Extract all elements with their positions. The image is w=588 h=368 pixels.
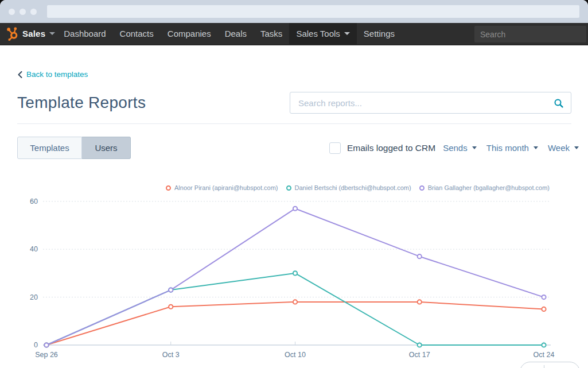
svg-text:20: 20 — [30, 293, 38, 301]
chart-pager[interactable] — [520, 362, 580, 368]
svg-text:Oct 17: Oct 17 — [409, 351, 430, 359]
line-chart-canvas: 0204060Sep 26Oct 3Oct 10Oct 17Oct 24 — [0, 0, 588, 368]
svg-text:40: 40 — [30, 245, 38, 253]
svg-text:Sep 26: Sep 26 — [35, 351, 58, 359]
browser-window: Sales Dashboard Contacts Companies Deals… — [0, 0, 588, 368]
svg-text:60: 60 — [30, 197, 38, 206]
svg-text:0: 0 — [34, 341, 38, 349]
svg-text:Oct 3: Oct 3 — [162, 351, 180, 359]
svg-text:Oct 10: Oct 10 — [285, 351, 306, 359]
pager-divider — [544, 365, 544, 368]
svg-text:Oct 24: Oct 24 — [534, 351, 555, 359]
